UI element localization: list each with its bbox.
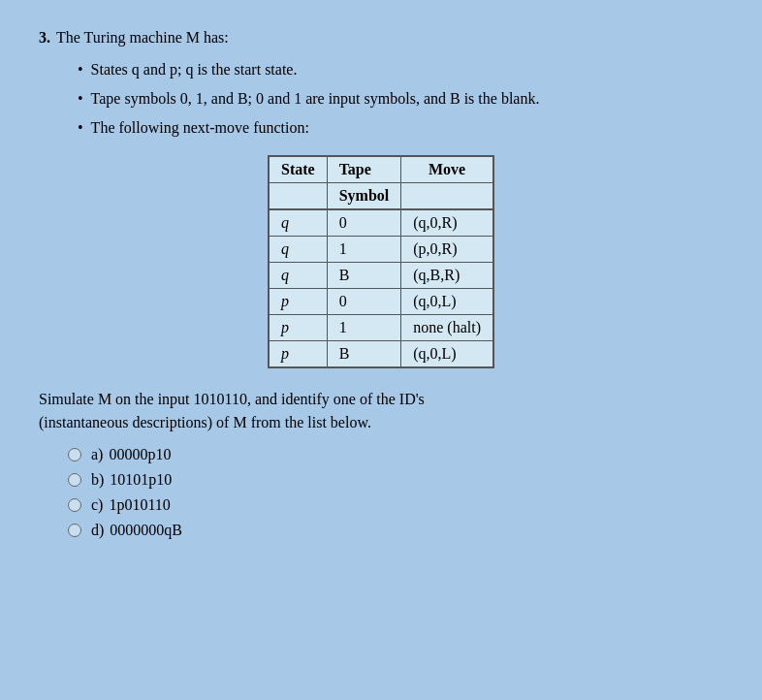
bullet-item-3: The following next-move function:	[78, 116, 723, 140]
question-intro: The Turing machine M has:	[56, 29, 229, 47]
question-container: 3. The Turing machine M has: States q an…	[39, 29, 723, 539]
cell-r5-c0: p	[269, 341, 327, 368]
cell-r3-c1: 0	[327, 289, 401, 315]
cell-r2-c2: (q,B,R)	[401, 263, 493, 289]
cell-r2-c0: q	[269, 263, 327, 289]
table-row: p1none (halt)	[269, 315, 493, 341]
cell-r2-c1: B	[327, 263, 401, 289]
table-row: pB(q,0,L)	[269, 341, 493, 368]
col-header-state: State	[269, 156, 327, 183]
radio-circle-1[interactable]	[68, 473, 81, 487]
cell-r0-c2: (q,0,R)	[401, 209, 493, 237]
simulate-text: Simulate M on the input 1010110, and ide…	[39, 388, 723, 434]
bullet-list: States q and p; q is the start state. Ta…	[39, 58, 723, 140]
option-item-1[interactable]: b)10101p10	[68, 471, 723, 489]
col-header-move: Move	[401, 156, 493, 183]
option-label-2: c)	[91, 496, 103, 514]
cell-r5-c2: (q,0,L)	[401, 341, 493, 368]
col-subheader-symbol: Symbol	[327, 183, 401, 210]
cell-r0-c1: 0	[327, 209, 401, 237]
option-item-0[interactable]: a)00000p10	[68, 446, 723, 463]
turing-table: State Tape Move Symbol q0(q,0,R)q1(p,0,R…	[268, 155, 494, 368]
table-row: q0(q,0,R)	[269, 209, 493, 237]
simulate-line-1: Simulate M on the input 1010110, and ide…	[39, 391, 425, 407]
cell-r4-c0: p	[269, 315, 327, 341]
bullet-item-2: Tape symbols 0, 1, and B; 0 and 1 are in…	[78, 87, 723, 111]
cell-r1-c2: (p,0,R)	[401, 237, 493, 263]
cell-r0-c0: q	[269, 209, 327, 237]
radio-circle-2[interactable]	[68, 498, 81, 512]
cell-r1-c1: 1	[327, 237, 401, 263]
question-number: 3.	[39, 29, 50, 47]
option-label-1: b)	[91, 471, 104, 489]
bullet-item-1: States q and p; q is the start state.	[78, 58, 723, 81]
table-wrapper: State Tape Move Symbol q0(q,0,R)q1(p,0,R…	[39, 155, 723, 368]
option-value-0: 00000p10	[109, 446, 171, 463]
cell-r4-c2: none (halt)	[401, 315, 493, 341]
option-value-3: 0000000qB	[110, 522, 182, 539]
radio-circle-0[interactable]	[68, 448, 81, 461]
options-list: a)00000p10b)10101p10c)1p010110d)0000000q…	[39, 446, 723, 539]
col-header-tape: Tape	[327, 156, 401, 183]
cell-r3-c2: (q,0,L)	[401, 289, 493, 315]
option-value-1: 10101p10	[110, 471, 172, 489]
cell-r5-c1: B	[327, 341, 401, 368]
question-number-row: 3. The Turing machine M has:	[39, 29, 723, 47]
table-row: p0(q,0,L)	[269, 289, 493, 315]
option-value-2: 1p010110	[109, 496, 170, 514]
simulate-line-2: (instantaneous descriptions) of M from t…	[39, 414, 371, 430]
col-subheader-state	[269, 183, 327, 210]
option-label-0: a)	[91, 446, 103, 463]
radio-circle-3[interactable]	[68, 524, 81, 537]
cell-r1-c0: q	[269, 237, 327, 263]
option-item-2[interactable]: c)1p010110	[68, 496, 723, 514]
cell-r3-c0: p	[269, 289, 327, 315]
table-row: q1(p,0,R)	[269, 237, 493, 263]
col-subheader-move	[401, 183, 493, 210]
table-row: qB(q,B,R)	[269, 263, 493, 289]
option-item-3[interactable]: d)0000000qB	[68, 522, 723, 539]
cell-r4-c1: 1	[327, 315, 401, 341]
option-label-3: d)	[91, 522, 104, 539]
